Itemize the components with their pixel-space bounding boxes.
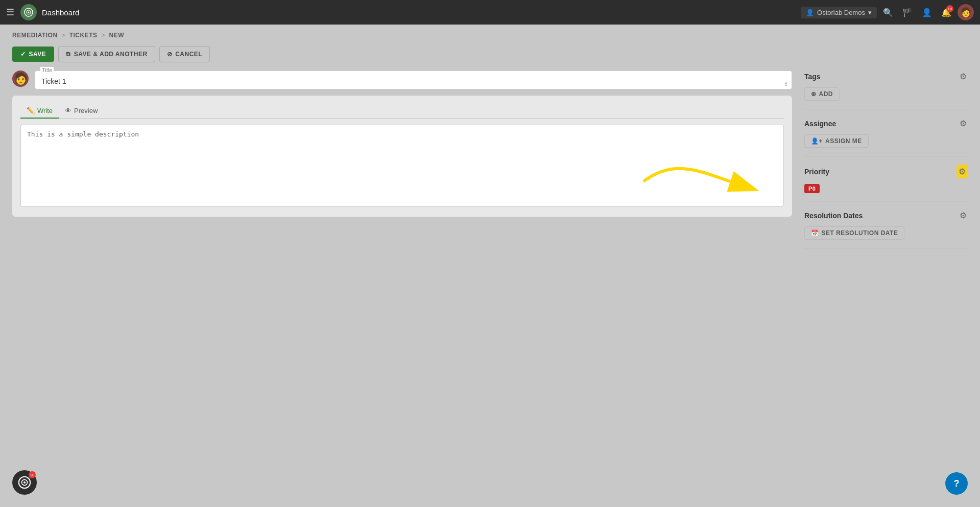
resolution-dates-title: Resolution Dates xyxy=(804,212,863,220)
save-button[interactable]: ✓ SAVE xyxy=(12,47,54,62)
person-add-icon: 👤+ xyxy=(811,137,823,145)
priority-section: Priority ⚙ P0 xyxy=(804,156,968,201)
editor-tabs: ✏️ Write 👁 Preview xyxy=(20,104,784,119)
add-tag-button[interactable]: ⊕ ADD xyxy=(804,87,840,101)
user-card-button[interactable]: 👤 xyxy=(919,4,935,20)
calendar-icon: 📅 xyxy=(811,229,819,237)
tab-preview[interactable]: 👁 Preview xyxy=(59,104,104,119)
left-panel: 🧑 Title 8 ✏️ Write xyxy=(12,71,792,507)
resolution-dates-gear-button[interactable]: ⚙ xyxy=(959,210,968,221)
main-area: REMEDIATION > TICKETS > NEW ✓ SAVE ⧉ SAV… xyxy=(0,25,980,507)
priority-gear-button[interactable]: ⚙ xyxy=(957,165,968,178)
title-section: 🧑 Title 8 xyxy=(12,71,792,89)
plus-circle-icon: ⊕ xyxy=(811,90,817,98)
help-label: ? xyxy=(954,478,960,489)
svg-point-6 xyxy=(23,481,26,483)
breadcrumb-remediation[interactable]: REMEDIATION xyxy=(12,32,58,39)
breadcrumb-sep2: > xyxy=(101,32,105,39)
pencil-icon: ✏️ xyxy=(27,107,35,114)
assignee-header: Assignee ⚙ xyxy=(804,118,968,129)
svg-point-2 xyxy=(28,12,30,13)
topnav-right-actions: 👤 Ostorlab Demos ▾ 🔍 🏴 👤 🔔 18 🧑 xyxy=(801,4,974,20)
priority-header: Priority ⚙ xyxy=(804,165,968,178)
title-form-main: Title 8 xyxy=(35,71,792,89)
top-navigation: ☰ Dashboard 👤 Ostorlab Demos ▾ 🔍 🏴 👤 🔔 1… xyxy=(0,0,980,25)
char-count: 8 xyxy=(784,81,787,87)
assignee-gear-button[interactable]: ⚙ xyxy=(959,118,968,129)
eye-icon: 👁 xyxy=(65,107,71,114)
title-field-wrapper: Title 8 xyxy=(35,71,792,89)
search-button[interactable]: 🔍 xyxy=(880,4,896,20)
description-textarea[interactable]: This is a simple description xyxy=(20,125,784,206)
breadcrumb: REMEDIATION > TICKETS > NEW xyxy=(0,25,980,46)
content-layout: 🧑 Title 8 ✏️ Write xyxy=(0,71,980,507)
title-input[interactable] xyxy=(41,76,785,85)
description-editor: ✏️ Write 👁 Preview This is a simple desc… xyxy=(12,96,792,217)
workspace-selector[interactable]: 👤 Ostorlab Demos ▾ xyxy=(801,7,877,18)
workspace-user-icon: 👤 xyxy=(806,9,814,16)
user-avatar: 🧑 xyxy=(12,71,29,87)
priority-title: Priority xyxy=(804,168,829,176)
set-resolution-date-button[interactable]: 📅 SET RESOLUTION DATE xyxy=(804,226,904,240)
assign-me-button[interactable]: 👤+ ASSIGN ME xyxy=(804,134,869,148)
bottom-badge-count: 10 xyxy=(29,471,36,478)
tags-gear-button[interactable]: ⚙ xyxy=(959,71,968,82)
resolution-dates-section: Resolution Dates ⚙ 📅 SET RESOLUTION DATE xyxy=(804,201,968,248)
workspace-label: Ostorlab Demos xyxy=(817,9,865,16)
checkmark-icon: ✓ xyxy=(20,51,26,58)
assignee-section: Assignee ⚙ 👤+ ASSIGN ME xyxy=(804,109,968,156)
app-title: Dashboard xyxy=(42,8,801,17)
notification-badge: 18 xyxy=(946,5,953,12)
tags-title: Tags xyxy=(804,73,821,81)
copy-icon: ⧉ xyxy=(66,51,71,58)
breadcrumb-tickets[interactable]: TICKETS xyxy=(69,32,98,39)
help-button[interactable]: ? xyxy=(945,472,968,495)
bottom-badge-button[interactable]: 10 xyxy=(12,470,37,495)
tags-header: Tags ⚙ xyxy=(804,71,968,82)
breadcrumb-new: NEW xyxy=(109,32,124,39)
priority-badge[interactable]: P0 xyxy=(804,184,820,193)
toolbar: ✓ SAVE ⧉ SAVE & ADD ANOTHER ⊘ CANCEL xyxy=(0,46,980,71)
assignee-title: Assignee xyxy=(804,120,836,128)
right-panel: Tags ⚙ ⊕ ADD Assignee ⚙ 👤+ ASSIGN ME xyxy=(804,71,968,507)
save-add-another-button[interactable]: ⧉ SAVE & ADD ANOTHER xyxy=(58,46,155,62)
cancel-icon: ⊘ xyxy=(167,51,173,58)
app-logo xyxy=(20,4,37,20)
resolution-dates-header: Resolution Dates ⚙ xyxy=(804,210,968,221)
flag-button[interactable]: 🏴 xyxy=(899,4,916,20)
chevron-down-icon: ▾ xyxy=(868,9,872,16)
tags-section: Tags ⚙ ⊕ ADD xyxy=(804,71,968,109)
cancel-button[interactable]: ⊘ CANCEL xyxy=(159,46,210,62)
hamburger-icon[interactable]: ☰ xyxy=(6,7,14,18)
user-avatar-button[interactable]: 🧑 xyxy=(958,4,974,20)
title-label: Title xyxy=(40,67,54,73)
notification-button[interactable]: 🔔 18 xyxy=(938,4,954,20)
breadcrumb-sep1: > xyxy=(62,32,65,39)
tab-write[interactable]: ✏️ Write xyxy=(20,104,59,119)
